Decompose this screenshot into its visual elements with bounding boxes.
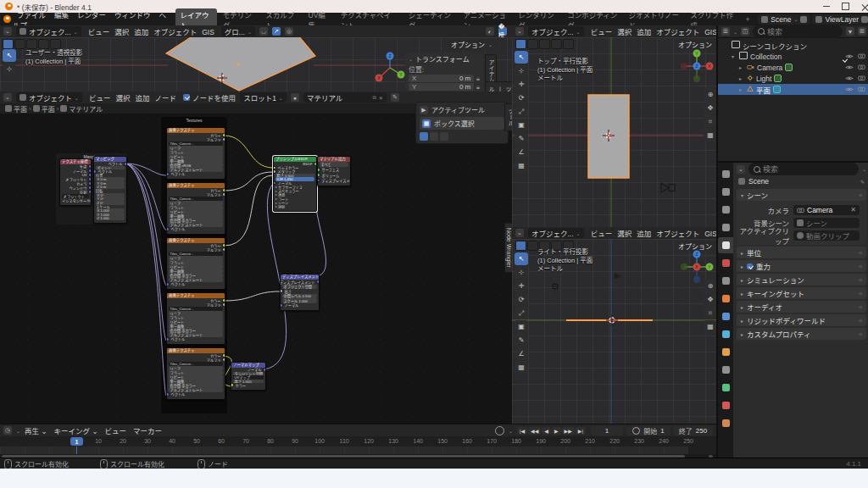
- node-row-in[interactable]: ベクトル: [167, 282, 225, 286]
- tool-option-icon-1[interactable]: [420, 132, 428, 141]
- tool-button[interactable]: ⌗: [704, 115, 717, 128]
- camera-object-right[interactable]: [615, 273, 621, 280]
- node-displacement[interactable]: ディスプレイスメントディスプレイスメントオブジェクト空間高さ中間レベル 0.50…: [280, 274, 320, 311]
- prev-keyframe-button[interactable]: ◀◀: [528, 427, 541, 435]
- properties-tab-tool[interactable]: [718, 166, 733, 182]
- clear-icon[interactable]: ✕: [850, 206, 856, 214]
- rightview-menu[interactable]: 追加: [634, 230, 654, 238]
- node-principled-bsdf[interactable]: プリンシプルBSDFBSDFベースカラーメタリック粗さ 0.500IOR 1.4…: [273, 156, 317, 212]
- topview-menu[interactable]: オブジェクト: [654, 28, 702, 36]
- node-material-output[interactable]: マテリアル出力すべてサーフェスボリュームディスプレイスメント: [317, 156, 351, 186]
- material-sphere-icon[interactable]: ●: [291, 93, 299, 102]
- shader-menu[interactable]: 選択: [114, 94, 133, 103]
- viewlayer-selector[interactable]: ViewLayer: [812, 14, 868, 25]
- use-nodes-toggle[interactable]: ノードを使用: [183, 92, 236, 103]
- scene-selector[interactable]: Scene ⌄: [758, 14, 810, 25]
- camera-object-top[interactable]: [661, 183, 675, 192]
- select-mode-icon[interactable]: [527, 39, 538, 49]
- expand-icon[interactable]: ▸: [739, 86, 744, 92]
- panel-header-重力[interactable]: ▸重力≡: [737, 260, 866, 272]
- shading-solid-icon[interactable]: ◐: [486, 27, 494, 36]
- timeline-editor-icon[interactable]: ◷: [3, 426, 12, 435]
- select-mode-icon[interactable]: [3, 39, 14, 49]
- properties-tab-output[interactable]: [718, 202, 733, 218]
- tool-button[interactable]: ⊕: [704, 88, 717, 101]
- properties-tab-collection[interactable]: [718, 273, 733, 289]
- pin-icon[interactable]: ✎: [391, 93, 399, 102]
- tool-button[interactable]: ✥: [704, 102, 717, 114]
- select-mode-icon[interactable]: [14, 39, 25, 49]
- tool-button[interactable]: ⟳: [515, 293, 528, 306]
- outliner-row-Camera[interactable]: ▸Camera: [718, 62, 868, 73]
- tool-option-icon-3[interactable]: [440, 132, 448, 141]
- viewport-menu[interactable]: 選択: [112, 28, 131, 36]
- plane-object[interactable]: [166, 37, 315, 91]
- properties-tab-texture[interactable]: [718, 415, 733, 431]
- timeline-menu[interactable]: マーカー: [133, 425, 162, 435]
- topb-menu[interactable]: ウィンドウ: [110, 11, 155, 19]
- node-row-col[interactable]: 放射: [274, 204, 316, 208]
- slot-dropdown[interactable]: スロット1⌄: [240, 92, 287, 103]
- minimize-button[interactable]: [823, 6, 830, 7]
- tool-button[interactable]: ✛: [515, 280, 528, 292]
- node-image-texture-3[interactable]: 画像テクスチャカラーアルファTiles_Concre...リニアフラットリピート…: [166, 237, 225, 290]
- eye-toggle-icon[interactable]: [845, 75, 854, 83]
- node-normal-map[interactable]: ノーマルマップノーマルタンジェント空間UVマップ強さ 1.000カラー: [231, 362, 266, 391]
- jump-start-button[interactable]: |◀: [517, 427, 527, 435]
- viewport-menu[interactable]: オブジェクト: [151, 28, 199, 36]
- node-row-in[interactable]: ノーマル: [281, 303, 319, 308]
- tool-button[interactable]: ↖: [515, 51, 528, 64]
- select-mode-icon[interactable]: [515, 241, 526, 251]
- tool-button[interactable]: ▦: [704, 129, 717, 141]
- tool-button[interactable]: ↖: [515, 252, 528, 265]
- outliner-row-Collection[interactable]: ▾Collection: [718, 51, 868, 62]
- material-name-field[interactable]: マテリアル⧉✕: [303, 92, 387, 103]
- node-mapping[interactable]: マッピングベクトルポイントベクトル位置X 0 mY 0 mZ 0 m回転X 0°…: [93, 156, 127, 224]
- select-mode-icon[interactable]: [515, 39, 526, 49]
- tool-button[interactable]: ▣: [515, 119, 528, 131]
- tool-button[interactable]: ⊕: [704, 280, 717, 292]
- camera-toggle-icon[interactable]: [858, 53, 865, 61]
- node-texture-coordinate[interactable]: テクスチャ座標生成ノーマルUVオブジェクトカメラウィンドウ反射オブジェクトインス…: [59, 158, 92, 206]
- tool-button[interactable]: ⤢: [515, 105, 528, 118]
- new-viewlayer-icon[interactable]: [861, 16, 868, 23]
- editor-type-icon[interactable]: ⌄: [3, 27, 12, 36]
- pin-icon[interactable]: ⌄: [793, 16, 798, 22]
- properties-tab-modifiers[interactable]: [718, 308, 733, 324]
- transform-panel-title[interactable]: トランスフォーム: [415, 54, 470, 64]
- viewport-options-button[interactable]: オプション⌄: [447, 39, 497, 50]
- topb-menu[interactable]: 編集: [50, 11, 73, 19]
- node-image-texture-1[interactable]: 画像テクスチャカラーアルファTiles_Concre...リニアフラットリピート…: [166, 127, 225, 180]
- new-scene-icon[interactable]: [800, 16, 807, 23]
- properties-search[interactable]: 検索: [748, 163, 859, 175]
- snap-icon[interactable]: ◡: [259, 27, 268, 36]
- tool-button[interactable]: ✎: [515, 334, 528, 347]
- properties-tab-world[interactable]: [718, 255, 733, 271]
- select-mode-icon[interactable]: [551, 39, 562, 49]
- topview-menu[interactable]: 追加: [634, 28, 654, 36]
- shader-menu[interactable]: ビュー: [86, 94, 114, 103]
- lock-icon[interactable]: 🔒︎: [476, 75, 480, 82]
- lock-icon[interactable]: 🔒︎: [476, 84, 480, 91]
- panel-header-シミュレーション[interactable]: ▸シミュレーション≡: [737, 274, 866, 286]
- panel-header-カスタムプロパティ[interactable]: ▸カスタムプロパティ≡: [737, 328, 866, 340]
- shader-type-dropdown[interactable]: オブジェクト⌄: [16, 92, 82, 103]
- mode-dropdown[interactable]: オブジェク...⌄: [16, 26, 81, 36]
- mode-dropdown[interactable]: オブジェク...⌄: [528, 26, 584, 36]
- shader-editor-type-icon[interactable]: ⌄: [3, 93, 12, 102]
- properties-tab-material[interactable]: [718, 397, 733, 413]
- tool-button[interactable]: ✥: [704, 293, 717, 306]
- orientation-dropdown[interactable]: グロ...⌄: [221, 26, 255, 36]
- end-frame-field[interactable]: 終了250: [673, 426, 713, 435]
- viewport-menu[interactable]: 追加: [131, 28, 151, 36]
- shading-active-icon[interactable]: �榜: [498, 27, 507, 36]
- pin-icon[interactable]: ✎: [860, 179, 865, 185]
- breadcrumb-item[interactable]: マテリアル: [69, 104, 103, 114]
- node-image-texture-5[interactable]: 画像テクスチャカラーアルファTiles_Concre...リニアフラットリピート…: [166, 347, 225, 400]
- node-row-in[interactable]: ベクトル: [167, 337, 225, 341]
- expand-icon[interactable]: ▸: [739, 64, 744, 70]
- tool-button[interactable]: ⟳: [515, 92, 528, 104]
- select-mode-icon[interactable]: [38, 39, 49, 49]
- select-mode-icon[interactable]: [50, 39, 61, 49]
- eye-toggle-icon[interactable]: [845, 64, 854, 72]
